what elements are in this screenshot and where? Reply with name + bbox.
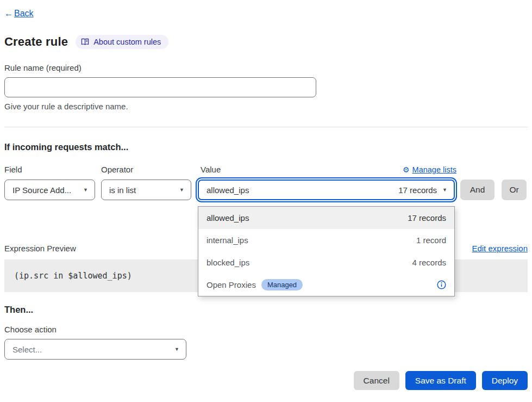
- list-item-allowed-ips[interactable]: allowed_ips 17 records: [198, 207, 454, 229]
- match-heading: If incoming requests match...: [4, 142, 528, 152]
- back-arrow-icon[interactable]: ←: [4, 9, 13, 18]
- info-icon[interactable]: [437, 280, 446, 289]
- list-item-name: blocked_ips: [206, 258, 249, 267]
- expression-code: (ip.src in $allowed_ips): [14, 271, 132, 281]
- action-select[interactable]: Select... ▼: [4, 339, 186, 360]
- or-button[interactable]: Or: [502, 180, 527, 200]
- rule-name-input[interactable]: [4, 77, 316, 97]
- chevron-down-icon: ▼: [442, 187, 447, 193]
- footer-actions: Cancel Save as Draft Deploy: [4, 371, 528, 390]
- about-custom-rules-label: About custom rules: [93, 38, 161, 46]
- value-select[interactable]: allowed_ips 17 records ▼: [198, 180, 455, 200]
- then-heading: Then...: [4, 305, 528, 315]
- lists-dropdown: allowed_ips 17 records internal_ips 1 re…: [198, 206, 455, 296]
- managed-badge: Managed: [261, 279, 303, 290]
- field-select[interactable]: IP Source Add... ▼: [4, 180, 95, 200]
- rule-name-helper: Give your rule a descriptive name.: [4, 102, 528, 111]
- field-column: Field IP Source Add... ▼: [4, 165, 95, 200]
- operator-select-value: is in list: [109, 185, 136, 195]
- operator-column: Operator is in list ▼: [101, 165, 191, 200]
- value-select-meta: 17 records: [398, 185, 437, 195]
- choose-action-label: Choose action: [4, 325, 528, 334]
- chevron-down-icon: ▼: [179, 187, 184, 193]
- back-link[interactable]: Back: [14, 9, 34, 18]
- value-label: Value: [201, 165, 221, 174]
- section-divider: [4, 127, 528, 127]
- title-row: Create rule About custom rules: [4, 35, 528, 49]
- list-item-name: allowed_ips: [206, 213, 249, 222]
- value-column: Value ⚙ Manage lists allowed_ips 17 reco…: [196, 165, 456, 200]
- operator-select[interactable]: is in list ▼: [101, 180, 191, 200]
- rule-name-group: Rule name (required) Give your rule a de…: [4, 63, 528, 111]
- and-button[interactable]: And: [460, 180, 495, 200]
- deploy-button[interactable]: Deploy: [482, 371, 528, 390]
- condition-area: Field IP Source Add... ▼ Operator is in …: [4, 165, 528, 200]
- create-rule-page: ←Back Create rule About custom rules Rul…: [0, 0, 532, 390]
- field-label: Field: [4, 165, 95, 174]
- list-item-name: Open Proxies: [206, 280, 256, 289]
- chevron-down-icon: ▼: [83, 187, 88, 193]
- condition-row: Field IP Source Add... ▼ Operator is in …: [4, 165, 528, 200]
- value-header: Value ⚙ Manage lists: [196, 165, 456, 174]
- edit-expression-link[interactable]: Edit expression: [472, 244, 528, 253]
- about-custom-rules-link[interactable]: About custom rules: [76, 35, 168, 49]
- manage-lists-link[interactable]: Manage lists: [412, 165, 456, 174]
- expression-preview-label: Expression Preview: [4, 244, 76, 253]
- list-item-meta: 4 records: [412, 258, 446, 267]
- list-item-meta: 1 record: [416, 236, 446, 245]
- value-select-name: allowed_ips: [206, 185, 249, 195]
- book-icon: [81, 38, 89, 46]
- list-item-open-proxies[interactable]: Open Proxies Managed: [198, 274, 454, 296]
- list-item-internal-ips[interactable]: internal_ips 1 record: [198, 229, 454, 251]
- rule-name-label: Rule name (required): [4, 63, 528, 72]
- manage-lists: ⚙ Manage lists: [403, 165, 456, 174]
- list-item-meta: 17 records: [408, 213, 446, 222]
- cancel-button[interactable]: Cancel: [354, 371, 399, 390]
- list-item-name: internal_ips: [206, 236, 248, 245]
- back-row: ←Back: [4, 9, 528, 18]
- gear-icon: ⚙: [403, 165, 410, 174]
- chevron-down-icon: ▼: [174, 347, 179, 352]
- operator-label: Operator: [101, 165, 191, 174]
- save-as-draft-button[interactable]: Save as Draft: [405, 371, 476, 390]
- page-title: Create rule: [4, 35, 68, 49]
- field-select-value: IP Source Add...: [12, 185, 71, 195]
- action-select-placeholder: Select...: [12, 345, 42, 354]
- list-item-blocked-ips[interactable]: blocked_ips 4 records: [198, 251, 454, 274]
